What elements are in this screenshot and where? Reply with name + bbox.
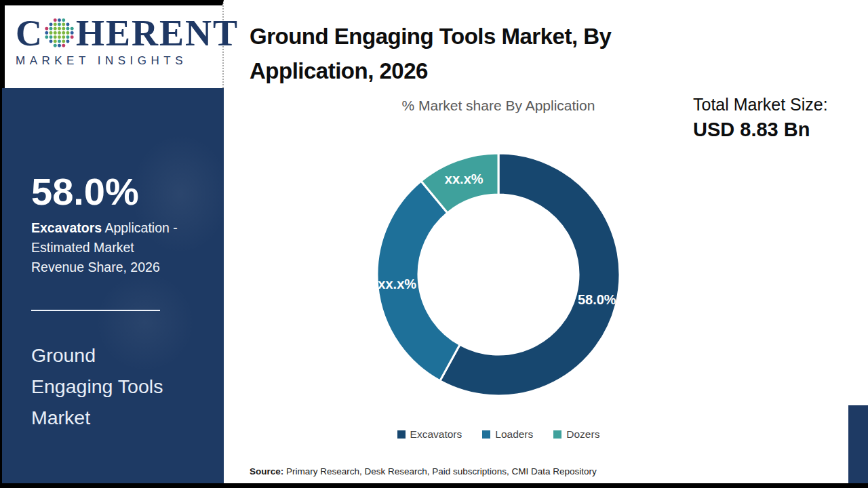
logo-word-rest: HERENT (76, 15, 239, 52)
highlight-percentage: 58.0% (31, 171, 224, 213)
legend-label-loaders: Loaders (495, 428, 533, 441)
donut-label-excavators: 58.0% (578, 292, 616, 307)
source-label: Source: (250, 466, 283, 476)
brand-logo-panel: C HERENT MARKET INSIGHTS (0, 0, 224, 88)
legend-item-dozers: Dozers (553, 428, 599, 441)
legend-item-loaders: Loaders (482, 428, 533, 441)
page-bottom-border (0, 483, 868, 488)
sidebar: 58.0% Excavators Application - Estimated… (0, 88, 224, 488)
highlight-line2: Estimated Market (31, 238, 224, 258)
highlight-term-rest: Application - (102, 220, 178, 235)
highlight-description: Excavators Application - Estimated Marke… (31, 218, 224, 277)
donut-label-dozers: xx.x% (445, 171, 484, 186)
report-title: Ground Engaging Tools Market (31, 340, 224, 433)
right-accent-bar (848, 405, 868, 485)
donut-chart-svg: 58.0%xx.x%xx.x% (376, 152, 620, 396)
legend-label-excavators: Excavators (410, 428, 462, 441)
total-market-size-value: USD 8.83 Bn (693, 119, 863, 141)
source-line: Source: Primary Research, Desk Research,… (250, 466, 846, 476)
page-title-line1: Ground Engaging Tools Market, By (250, 19, 697, 54)
total-market-size-label: Total Market Size: (693, 95, 863, 115)
report-title-line2: Engaging Tools (31, 371, 224, 402)
legend-swatch-dozers (553, 430, 561, 439)
source-text: Primary Research, Desk Research, Paid su… (283, 466, 596, 476)
donut-chart: 58.0%xx.x%xx.x% (376, 152, 620, 396)
total-market-size-block: Total Market Size: USD 8.83 Bn (693, 95, 863, 141)
brand-tagline: MARKET INSIGHTS (16, 54, 222, 68)
highlight-line1: Excavators Application - (31, 218, 224, 238)
legend-label-dozers: Dozers (566, 428, 599, 441)
legend-swatch-excavators (397, 430, 406, 439)
chart-subtitle: % Market share By Application (370, 98, 627, 114)
page-title-line2: Application, 2026 (250, 54, 697, 88)
page-left-border (0, 0, 2, 488)
highlight-line3: Revenue Share, 2026 (31, 258, 224, 277)
brand-logo: C HERENT (16, 15, 222, 52)
sidebar-divider (31, 310, 160, 311)
highlight-term: Excavators (31, 220, 102, 235)
legend-swatch-loaders (482, 430, 490, 439)
page-title: Ground Engaging Tools Market, By Applica… (250, 19, 697, 88)
globe-dots-icon (44, 18, 75, 49)
report-title-line1: Ground (31, 340, 224, 371)
report-title-line3: Market (31, 402, 224, 433)
logo-letter-c: C (16, 15, 43, 52)
donut-label-loaders: xx.x% (378, 277, 416, 291)
chart-legend: ExcavatorsLoadersDozers (342, 428, 654, 441)
legend-item-excavators: Excavators (397, 428, 462, 441)
